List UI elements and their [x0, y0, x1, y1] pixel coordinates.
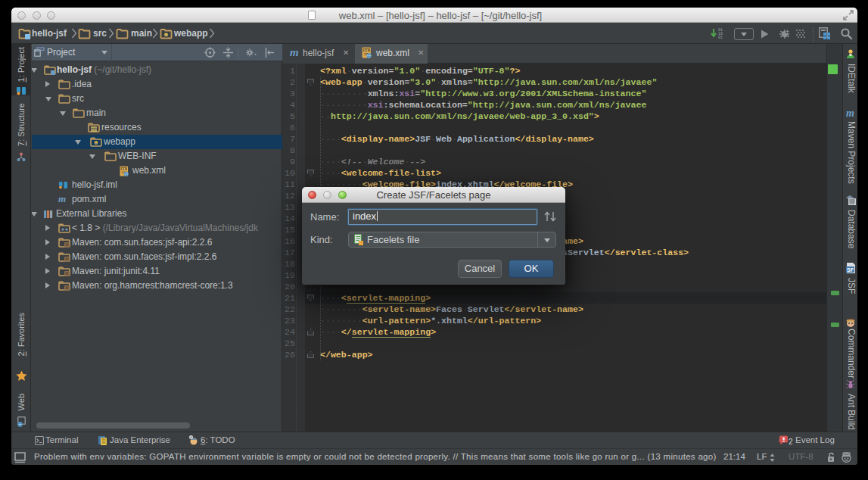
svg-text:01: 01 [718, 36, 723, 40]
svg-text:SF: SF [847, 267, 854, 273]
